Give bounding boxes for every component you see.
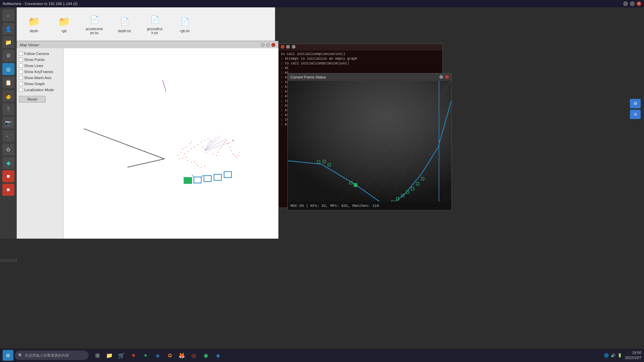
show-manh-axis-row[interactable]: Show Manh Axis bbox=[19, 75, 61, 80]
file-depth[interactable]: 📁 depth bbox=[22, 15, 46, 33]
sidebar-folder[interactable]: 📁 bbox=[2, 36, 14, 48]
localization-checkbox[interactable] bbox=[19, 88, 23, 92]
frame-status-titlebar: Current Frame Status bbox=[288, 73, 451, 81]
rgb-txt-icon: 📄 bbox=[178, 15, 192, 28]
sidebar-terminal[interactable]: >_ bbox=[2, 130, 14, 142]
svg-point-10 bbox=[198, 144, 198, 145]
svg-point-27 bbox=[223, 143, 223, 144]
window-title: NoMachine - Connection to 192.168.1.104 … bbox=[3, 2, 77, 6]
show-keyframes-row[interactable]: Show KeyFrames bbox=[19, 69, 61, 74]
close-button[interactable]: ✕ bbox=[637, 1, 641, 6]
taskbar-search[interactable]: 🔍 在这里输入你要搜索的内容 bbox=[15, 351, 89, 360]
sidebar-user[interactable]: 👤 bbox=[2, 23, 14, 35]
show-points-checkbox[interactable] bbox=[19, 58, 23, 62]
taskbar-app1[interactable]: ■ bbox=[129, 351, 138, 360]
terminal-max-btn[interactable] bbox=[292, 45, 296, 49]
svg-point-14 bbox=[182, 148, 183, 149]
svg-point-42 bbox=[191, 162, 192, 163]
taskbar-grid[interactable]: ⊞ bbox=[93, 351, 102, 360]
taskbar-app8[interactable]: ◈ bbox=[213, 351, 223, 360]
svg-point-37 bbox=[239, 152, 240, 153]
depth-txt-icon: 📄 bbox=[118, 15, 131, 28]
taskbar-app6[interactable]: ◎ bbox=[189, 351, 199, 360]
sidebar-red1[interactable]: ■ bbox=[2, 170, 14, 182]
map-canvas[interactable] bbox=[64, 48, 278, 239]
svg-point-12 bbox=[186, 147, 186, 147]
sidebar-home[interactable]: ⌂ bbox=[2, 9, 14, 21]
svg-point-33 bbox=[233, 154, 233, 154]
search-placeholder: 在这里输入你要搜索的内容 bbox=[25, 353, 69, 358]
sidebar-person[interactable]: 🧑 bbox=[2, 90, 14, 102]
localization-label: Localization Mode bbox=[24, 88, 54, 92]
frame-status-title: Current Frame Status bbox=[290, 75, 326, 79]
frame-status-close[interactable] bbox=[445, 75, 449, 79]
taskbar-app7[interactable]: ◉ bbox=[201, 351, 211, 360]
clock-time: 19:50 bbox=[625, 350, 641, 355]
taskbar-store[interactable]: 🛒 bbox=[117, 351, 126, 360]
svg-point-19 bbox=[203, 147, 203, 147]
svg-point-18 bbox=[211, 141, 212, 142]
reset-button[interactable]: Reset bbox=[19, 96, 46, 103]
svg-point-60 bbox=[232, 140, 234, 141]
map-viewer-titlebar: Map Viewer bbox=[17, 41, 278, 49]
float-button-1[interactable]: ⚙ bbox=[630, 99, 641, 108]
sidebar-red2[interactable]: ■ bbox=[2, 184, 14, 196]
map-viewer-close[interactable] bbox=[271, 43, 275, 47]
show-graph-checkbox[interactable] bbox=[19, 82, 23, 86]
rgb-txt-label: rgb.txt bbox=[180, 29, 190, 33]
show-points-row[interactable]: Show Points bbox=[19, 57, 61, 62]
terminal-titlebar bbox=[279, 44, 442, 51]
svg-point-26 bbox=[221, 147, 222, 147]
file-depth-txt[interactable]: 📄 depth.txt bbox=[113, 15, 136, 33]
show-manh-checkbox[interactable] bbox=[19, 76, 23, 80]
map-viewer-title: Map Viewer bbox=[20, 43, 39, 47]
taskbar-app2[interactable]: ● bbox=[141, 351, 150, 360]
show-lines-checkbox[interactable] bbox=[19, 64, 23, 68]
minimize-button[interactable]: — bbox=[623, 1, 628, 6]
file-groundtruth[interactable]: 📄 groundtruth.txt bbox=[143, 13, 166, 35]
sidebar-media[interactable]: 🖥 bbox=[2, 50, 14, 62]
network-icon: 🌐 bbox=[604, 353, 609, 358]
taskbar-app3[interactable]: ◈ bbox=[153, 351, 162, 360]
svg-point-34 bbox=[234, 155, 235, 156]
frame-status-window: Current Frame Status bbox=[287, 73, 452, 210]
sidebar-vscode[interactable]: ◈ bbox=[2, 157, 14, 169]
map-viewer-min[interactable] bbox=[261, 43, 265, 47]
file-rgb-txt[interactable]: 📄 rgb.txt bbox=[173, 15, 197, 33]
frame-status-min[interactable] bbox=[439, 75, 443, 79]
follow-camera-checkbox[interactable] bbox=[19, 52, 23, 56]
map-viewer-max[interactable] bbox=[266, 43, 270, 47]
sidebar-help[interactable]: ? bbox=[2, 103, 14, 115]
accelerometer-label: accelerometer.txt bbox=[86, 27, 103, 35]
svg-point-21 bbox=[209, 150, 210, 151]
svg-rect-59 bbox=[184, 177, 192, 184]
show-graph-row[interactable]: Show Graph bbox=[19, 81, 61, 86]
show-keyframes-checkbox[interactable] bbox=[19, 70, 23, 74]
sidebar-circle[interactable]: ◎ bbox=[2, 63, 14, 75]
svg-point-23 bbox=[216, 155, 217, 156]
float-button-2[interactable]: 拙 bbox=[630, 110, 641, 119]
terminal-min-btn[interactable] bbox=[286, 45, 290, 49]
depth-folder-icon: 📁 bbox=[27, 15, 41, 28]
localization-mode-row[interactable]: Localization Mode bbox=[19, 87, 61, 93]
terminal-close-btn[interactable] bbox=[281, 45, 284, 49]
start-button[interactable]: ⊞ bbox=[3, 350, 13, 361]
depth-txt-label: depth.txt bbox=[118, 29, 131, 33]
taskbar-app4[interactable]: ✿ bbox=[165, 351, 174, 360]
sidebar-flower[interactable]: ✿ bbox=[2, 143, 14, 156]
taskbar-app5[interactable]: 🦊 bbox=[177, 351, 186, 360]
sidebar-book[interactable]: 📋 bbox=[2, 76, 14, 88]
maximize-button[interactable]: □ bbox=[630, 1, 635, 6]
svg-point-47 bbox=[204, 166, 205, 167]
show-lines-row[interactable]: Show Lines bbox=[19, 63, 61, 68]
file-rgb[interactable]: 📁 rgb bbox=[52, 15, 76, 33]
sidebar-camera[interactable]: 📷 bbox=[2, 117, 14, 129]
file-accelerometer[interactable]: 📄 accelerometer.txt bbox=[83, 13, 106, 35]
map-left-panel: Follow Camera Show Points Show Lines Sho… bbox=[17, 48, 64, 239]
svg-point-25 bbox=[219, 148, 220, 149]
follow-camera-row[interactable]: Follow Camera bbox=[19, 51, 61, 56]
taskbar-files[interactable]: 📁 bbox=[105, 351, 114, 360]
svg-point-9 bbox=[194, 147, 195, 147]
svg-point-32 bbox=[231, 150, 232, 151]
rgb-folder-icon: 📁 bbox=[57, 15, 71, 28]
